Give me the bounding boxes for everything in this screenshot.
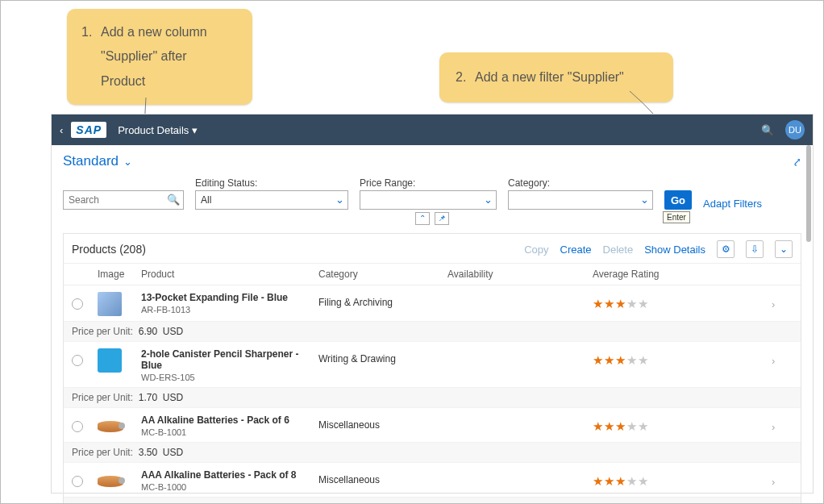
page-title[interactable]: Product Details ▾: [118, 124, 198, 136]
callout-1-line2: "Supplier" after: [101, 49, 187, 63]
variant-name[interactable]: Standard: [63, 153, 119, 169]
callout-2-text: Add a new filter "Supplier": [475, 70, 624, 84]
row-radio[interactable]: [72, 421, 83, 432]
table-column-header: Image Product Category Availability Aver…: [64, 263, 801, 285]
product-name: AA Alkaline Batteries - Pack of 6: [141, 414, 318, 426]
editing-status-label: Editing Status:: [195, 177, 348, 189]
price-bar: Price per Unit: 6.90 USD: [64, 321, 801, 341]
row-radio[interactable]: [72, 476, 83, 487]
variant-bar: Standard ⌄ ⤤: [52, 145, 813, 169]
col-rating[interactable]: Average Rating: [593, 269, 772, 280]
chevron-right-icon[interactable]: ›: [772, 469, 793, 488]
filter-bar: 🔍 Editing Status: All ⌄ Price Range: ⌄ C…: [52, 169, 813, 213]
product-category: Writing & Drawing: [318, 348, 447, 364]
chevron-right-icon[interactable]: ›: [772, 414, 793, 433]
price-range-label: Price Range:: [360, 177, 497, 189]
product-category: Miscellaneous: [318, 469, 447, 485]
product-image: [98, 476, 123, 487]
col-product[interactable]: Product: [141, 269, 318, 280]
export-icon[interactable]: ⇩: [746, 240, 764, 258]
callout-1-num: 1.: [81, 20, 101, 44]
col-availability[interactable]: Availability: [447, 269, 593, 280]
copy-button: Copy: [524, 244, 548, 256]
table-row[interactable]: AAA Alkaline Batteries - Pack of 8 MC-B-…: [64, 463, 801, 504]
product-category: Miscellaneous: [318, 414, 447, 431]
product-rating: ★★★★★: [593, 348, 772, 368]
go-button[interactable]: Go: [664, 190, 692, 210]
price-bar: Price per Unit: 3.50 USD: [64, 497, 801, 504]
table-title: Products (208): [72, 243, 146, 256]
table-row[interactable]: AA Alkaline Batteries - Pack of 6 MC-B-1…: [64, 408, 801, 463]
col-image[interactable]: Image: [98, 269, 141, 280]
pin-icon[interactable]: 📌︎: [435, 212, 449, 225]
price-bar: Price per Unit: 3.50 USD: [64, 442, 801, 462]
product-id: AR-FB-1013: [141, 305, 318, 314]
avatar[interactable]: DU: [785, 120, 805, 140]
back-button[interactable]: ‹: [60, 124, 63, 136]
search-icon[interactable]: 🔍: [761, 124, 774, 136]
product-image: [98, 292, 122, 316]
product-image: [98, 348, 122, 373]
product-rating: ★★★★★: [593, 292, 772, 311]
product-category: Filing & Archiving: [318, 292, 447, 308]
product-id: WD-ERS-105: [141, 373, 318, 382]
sap-app-window: ‹ SAP Product Details ▾ 🔍 DU Standard ⌄ …: [51, 114, 814, 494]
search-input[interactable]: [63, 190, 184, 210]
price-range-select[interactable]: [360, 190, 497, 210]
product-name: AAA Alkaline Batteries - Pack of 8: [141, 469, 318, 481]
product-rating: ★★★★★: [593, 469, 772, 489]
chevron-right-icon[interactable]: ›: [772, 292, 793, 310]
collapse-up-icon[interactable]: ⌃: [415, 212, 430, 225]
callout-1: 1.Add a new column "Supplier" after Prod…: [67, 9, 252, 105]
collapse-controls: ⌃ 📌︎: [52, 211, 813, 225]
callout-2: 2.Add a new filter "Supplier": [439, 52, 673, 102]
chevron-down-icon[interactable]: ⌄: [775, 240, 793, 258]
editing-status-select[interactable]: All: [195, 190, 348, 210]
callout-1-line3: Product: [101, 74, 145, 88]
create-button[interactable]: Create: [560, 244, 592, 256]
share-icon[interactable]: ⤤: [793, 156, 801, 168]
row-radio[interactable]: [72, 298, 83, 310]
table-header-bar: Products (208) Copy Create Delete Show D…: [64, 234, 801, 263]
page-frame: 1.Add a new column "Supplier" after Prod…: [0, 0, 824, 504]
row-radio[interactable]: [72, 355, 83, 366]
price-bar: Price per Unit: 1.70 USD: [64, 387, 801, 407]
adapt-filters-link[interactable]: Adapt Filters: [703, 198, 762, 210]
delete-button: Delete: [603, 244, 634, 256]
product-id: MC-B-1001: [141, 427, 318, 437]
category-label: Category:: [508, 177, 653, 189]
show-details-button[interactable]: Show Details: [644, 244, 705, 256]
gear-icon[interactable]: ⚙: [717, 240, 735, 258]
products-table: Products (208) Copy Create Delete Show D…: [63, 233, 801, 504]
product-rating: ★★★★★: [593, 414, 772, 434]
col-category[interactable]: Category: [318, 269, 447, 280]
product-name: 13-Pocket Expanding File - Blue: [141, 292, 318, 303]
sap-logo: SAP: [71, 122, 106, 138]
table-row[interactable]: 2-hole Canister Pencil Sharpener - Blue …: [64, 342, 801, 408]
chevron-right-icon[interactable]: ›: [772, 348, 793, 367]
go-tooltip: Enter: [663, 211, 690, 223]
category-select[interactable]: [508, 190, 653, 210]
product-id: MC-B-1000: [141, 482, 318, 492]
product-name: 2-hole Canister Pencil Sharpener - Blue: [141, 348, 318, 371]
chevron-down-icon[interactable]: ⌄: [123, 156, 132, 168]
product-image: [98, 421, 123, 432]
shell-bar: ‹ SAP Product Details ▾ 🔍 DU: [52, 115, 813, 145]
callout-2-num: 2.: [456, 65, 475, 90]
scrollbar[interactable]: [806, 145, 811, 242]
callout-1-line1: Add a new column: [101, 25, 207, 39]
table-row[interactable]: 13-Pocket Expanding File - Blue AR-FB-10…: [64, 285, 801, 342]
